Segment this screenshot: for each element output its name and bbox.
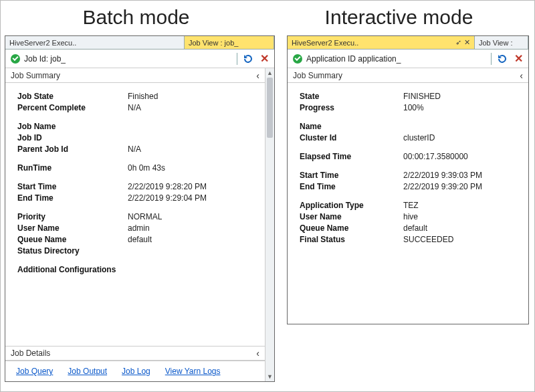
k-elapsed: Elapsed Time [300, 152, 403, 161]
v-job-name [128, 122, 255, 131]
v-end: 2/22/2019 9:39:20 PM [403, 182, 519, 191]
chevron-left-icon[interactable]: ‹ [256, 348, 259, 359]
heading-interactive: Interactive mode [268, 2, 530, 35]
application-id-text: Application ID application_ [306, 54, 486, 64]
k-apptype: Application Type [300, 201, 403, 210]
k-end: End Time [17, 193, 128, 203]
v-state: FINISHED [403, 92, 519, 101]
k-cluster: Cluster Id [300, 133, 403, 142]
k-pct: Percent Complete [17, 103, 128, 112]
scrollbar[interactable]: ▲ ▼ [265, 68, 274, 381]
interactive-tabstrip: HiveServer2 Execu.. ➶ ✕ Job View : [288, 36, 528, 50]
success-icon [293, 54, 302, 64]
tab-hiveserver2[interactable]: HiveServer2 Execu.. [5, 36, 185, 49]
batch-pane: HiveServer2 Execu.. Job View : job_ Job … [5, 35, 275, 382]
scroll-up-icon[interactable]: ▲ [265, 68, 274, 78]
k-queue: Queue Name [17, 235, 128, 244]
v-name [403, 122, 519, 131]
v-user: admin [128, 223, 255, 233]
k-user: User Name [17, 223, 128, 233]
separator [237, 53, 237, 65]
close-tab-icon[interactable]: ✕ [464, 38, 470, 47]
k-job-name: Job Name [17, 122, 128, 131]
v-job-state: Finished [128, 92, 255, 101]
section-job-details[interactable]: Job Details ‹ [5, 346, 265, 361]
batch-summary-body: Job StateFinished Percent CompleteN/A Jo… [5, 83, 265, 346]
batch-idbar: Job Id: job_ ✕ [5, 50, 274, 68]
v-elapsed: 00:00:17.3580000 [403, 152, 519, 161]
refresh-icon[interactable] [243, 54, 253, 64]
job-details-links: Job Query Job Output Job Log View Yarn L… [5, 361, 265, 381]
refresh-icon[interactable] [497, 54, 508, 64]
k-statusdir: Status Directory [17, 246, 128, 256]
v-pct: N/A [128, 103, 255, 112]
scroll-down-icon[interactable]: ▼ [265, 372, 274, 381]
v-start: 2/22/2019 9:39:03 PM [403, 171, 519, 180]
v-final: SUCCEEDED [403, 235, 519, 244]
scroll-thumb[interactable] [267, 78, 273, 138]
k-addconf: Additional Configurations [17, 265, 128, 274]
close-icon[interactable]: ✕ [514, 54, 523, 64]
interactive-pane: HiveServer2 Execu.. ➶ ✕ Job View : Appli… [287, 35, 529, 324]
k-job-id: Job ID [17, 133, 128, 142]
section-job-summary-label: Job Summary [11, 71, 60, 80]
k-end: End Time [300, 182, 403, 191]
link-yarn-logs[interactable]: View Yarn Logs [165, 367, 221, 376]
v-queue: default [403, 223, 519, 233]
tab-job-view[interactable]: Job View : job_ [185, 36, 274, 49]
k-job-state: Job State [17, 92, 128, 101]
section-job-summary[interactable]: Job Summary ‹ [288, 68, 528, 83]
v-parent: N/A [128, 144, 255, 154]
link-job-query[interactable]: Job Query [16, 367, 53, 376]
k-final: Final Status [300, 235, 403, 244]
heading-batch: Batch mode [5, 2, 268, 35]
v-prio: NORMAL [128, 212, 255, 221]
k-name: Name [300, 122, 403, 131]
success-icon [11, 54, 20, 64]
chevron-left-icon[interactable]: ‹ [256, 70, 259, 81]
chevron-left-icon[interactable]: ‹ [520, 70, 523, 81]
k-queue: Queue Name [300, 223, 403, 233]
link-job-output[interactable]: Job Output [68, 367, 107, 376]
v-statusdir [128, 246, 255, 256]
v-queue: default [128, 235, 255, 244]
k-runtime: RunTime [17, 163, 128, 173]
k-prio: Priority [17, 212, 128, 221]
section-job-details-label: Job Details [11, 349, 50, 358]
v-start: 2/22/2019 9:28:20 PM [128, 182, 255, 191]
k-start: Start Time [17, 182, 128, 191]
k-parent: Parent Job Id [17, 144, 128, 154]
v-end: 2/22/2019 9:29:04 PM [128, 193, 255, 203]
tab-job-view[interactable]: Job View : [475, 36, 528, 49]
section-job-summary[interactable]: Job Summary ‹ [5, 68, 265, 83]
k-progress: Progress [300, 103, 403, 112]
interactive-idbar: Application ID application_ ✕ [288, 50, 528, 68]
close-icon[interactable]: ✕ [260, 54, 269, 64]
k-user: User Name [300, 212, 403, 221]
v-user: hive [403, 212, 519, 221]
v-job-id [128, 133, 255, 142]
link-job-log[interactable]: Job Log [122, 367, 150, 376]
section-job-summary-label: Job Summary [293, 71, 342, 80]
v-progress: 100% [403, 103, 519, 112]
v-apptype: TEZ [403, 201, 519, 210]
v-cluster: clusterID [403, 133, 519, 142]
v-runtime: 0h 0m 43s [128, 163, 255, 173]
v-addconf [128, 265, 255, 274]
batch-tabstrip: HiveServer2 Execu.. Job View : job_ [5, 36, 274, 50]
job-id-text: Job Id: job_ [24, 54, 231, 64]
pin-icon[interactable]: ➶ [455, 38, 461, 47]
k-start: Start Time [300, 171, 403, 180]
k-state: State [300, 92, 403, 101]
tab-hiveserver2[interactable]: HiveServer2 Execu.. ➶ ✕ [288, 36, 475, 49]
interactive-summary-body: StateFINISHED Progress100% Name Cluster … [288, 83, 528, 324]
separator [491, 53, 492, 65]
tab-hiveserver2-label: HiveServer2 Execu.. [292, 39, 358, 47]
